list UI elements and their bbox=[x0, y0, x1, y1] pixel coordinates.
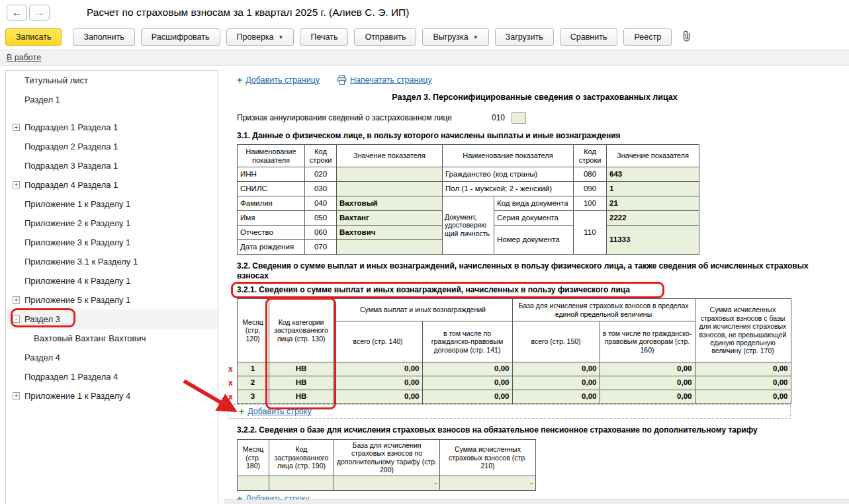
sex-input[interactable]: 1 bbox=[607, 182, 699, 196]
row-code: 110 bbox=[574, 211, 607, 255]
field-010-label: Признак аннулирования сведений о застрах… bbox=[237, 113, 452, 122]
add-row-321-link[interactable]: +Добавить строку bbox=[239, 406, 312, 417]
add-page-link[interactable]: +Добавить страницу bbox=[237, 75, 320, 85]
sum-cell[interactable]: - bbox=[440, 476, 536, 490]
category-cell[interactable]: НВ bbox=[269, 362, 334, 376]
month-cell[interactable] bbox=[238, 476, 269, 490]
sidebar-item-prilozhenie-2-k-razdelu-1[interactable]: Приложение 2 к Разделу 1 bbox=[6, 214, 218, 233]
expand-icon[interactable]: + bbox=[13, 124, 20, 131]
sidebar-item-titulnyi-list[interactable]: Титульный лист bbox=[6, 71, 218, 90]
table-row: x 3 НВ 0,00 0,00 0,00 0,00 0,00 bbox=[228, 390, 791, 404]
category-cell[interactable]: НВ bbox=[269, 390, 334, 404]
load-button[interactable]: Загрузить bbox=[495, 28, 554, 46]
attachment-button[interactable] bbox=[680, 29, 693, 46]
amount-160-cell[interactable]: 0,00 bbox=[600, 390, 695, 404]
middlename-input[interactable]: Вахтович bbox=[337, 226, 443, 240]
firstname-input[interactable]: Вахтанг bbox=[337, 211, 443, 226]
decipher-button[interactable]: Расшифровать bbox=[141, 28, 220, 46]
amount-160-cell[interactable]: 0,00 bbox=[600, 362, 695, 376]
sidebar-item-podrazdel-3-razdela-1[interactable]: Подраздел 3 Раздела 1 bbox=[6, 156, 218, 175]
citizenship-input[interactable]: 643 bbox=[607, 167, 699, 182]
table-3-2-1: Месяц (стр. 120) Код категории застрахов… bbox=[228, 298, 791, 404]
code-cell[interactable] bbox=[269, 476, 334, 490]
birthdate-input[interactable] bbox=[337, 240, 443, 255]
table-row: - - bbox=[238, 476, 536, 490]
add-row-322-link[interactable]: +Добавить строку bbox=[237, 493, 310, 500]
sidebar-item-podrazdel-2-razdela-1[interactable]: Подраздел 2 Раздела 1 bbox=[6, 137, 218, 156]
snils-input[interactable] bbox=[337, 182, 443, 196]
status-link[interactable]: В работе bbox=[7, 53, 41, 62]
amount-140-cell[interactable]: 0,00 bbox=[334, 376, 422, 390]
amount-150-cell[interactable]: 0,00 bbox=[512, 362, 600, 376]
sidebar-item-podrazdel-1-razdela-1[interactable]: +Подраздел 1 Раздела 1 bbox=[6, 118, 218, 137]
print-page-label: Напечатать страницу bbox=[350, 75, 432, 85]
inn-input[interactable] bbox=[337, 167, 443, 182]
expand-icon[interactable]: + bbox=[13, 296, 20, 304]
amount-160-cell[interactable]: 0,00 bbox=[600, 376, 695, 390]
sidebar-item-prilozhenie-3-1-k-razdelu-1[interactable]: Приложение 3.1 к Разделу 1 bbox=[6, 252, 218, 271]
fill-button[interactable]: Заполнить bbox=[73, 28, 134, 46]
print-page-link[interactable]: Напечатать страницу bbox=[337, 75, 432, 85]
sidebar-item-podrazdel-1-razdela-4[interactable]: Подраздел 1 Раздела 4 bbox=[6, 367, 218, 386]
sidebar-item-prilozhenie-4-k-razdelu-1[interactable]: Приложение 4 к Разделу 1 bbox=[6, 271, 218, 290]
row-code: 100 bbox=[574, 196, 607, 211]
print-button[interactable]: Печать bbox=[300, 28, 348, 46]
page-actions: +Добавить страницу Напечатать страницу bbox=[237, 74, 842, 86]
doc-series-input[interactable]: 2222 bbox=[607, 211, 699, 226]
amount-141-cell[interactable]: 0,00 bbox=[422, 362, 512, 376]
field-010-input[interactable] bbox=[512, 112, 526, 124]
amount-141-cell[interactable]: 0,00 bbox=[422, 390, 512, 404]
back-button[interactable]: ← bbox=[7, 5, 27, 21]
sidebar-item-podrazdel-4-razdela-1[interactable]: +Подраздел 4 Раздела 1 bbox=[6, 175, 218, 194]
lastname-input[interactable]: Вахтовый bbox=[337, 196, 443, 211]
sidebar-item-prilozhenie-1-k-razdelu-1[interactable]: Приложение 1 к Разделу 1 bbox=[6, 194, 218, 214]
category-cell[interactable]: НВ bbox=[269, 376, 334, 390]
expand-icon[interactable]: + bbox=[13, 392, 20, 399]
send-button[interactable]: Отправить bbox=[354, 28, 416, 46]
sidebar-item-label: Приложение 3 к Разделу 1 bbox=[24, 237, 130, 247]
sidebar-item-razdel-1[interactable]: Раздел 1 bbox=[6, 90, 218, 109]
horizontal-scrollbar[interactable] bbox=[224, 499, 849, 504]
forward-button[interactable]: → bbox=[29, 5, 50, 21]
month-cell[interactable]: 3 bbox=[237, 390, 269, 404]
row-label: Отчество bbox=[238, 226, 305, 240]
sidebar-item-razdel-3[interactable]: -Раздел 3 bbox=[6, 310, 218, 329]
amount-140-cell[interactable]: 0,00 bbox=[334, 362, 422, 376]
col-header-month: Месяц (стр. 180) bbox=[238, 440, 269, 476]
table-3-2-2: Месяц (стр. 180) Код застрахованного лиц… bbox=[237, 439, 536, 491]
sidebar-item-employee-vakhtovy[interactable]: Вахтовый Вахтанг Вахтович bbox=[6, 329, 218, 348]
row-label: Фамилия bbox=[238, 196, 305, 211]
month-cell[interactable]: 1 bbox=[237, 362, 269, 376]
save-button[interactable]: Записать bbox=[5, 28, 62, 46]
row-label: ИНН bbox=[238, 167, 305, 182]
sidebar-item-prilozhenie-5-k-razdelu-1[interactable]: +Приложение 5 к Разделу 1 bbox=[6, 290, 218, 310]
amount-170-cell[interactable]: 0,00 bbox=[695, 362, 791, 376]
row-code: 020 bbox=[305, 167, 337, 182]
col-header: Наименование показателя bbox=[238, 145, 305, 167]
sidebar-item-label: Подраздел 3 Раздела 1 bbox=[24, 161, 118, 171]
sidebar-item-prilozhenie-3-k-razdelu-1[interactable]: Приложение 3 к Разделу 1 bbox=[6, 233, 218, 252]
delete-row-2-button[interactable]: x bbox=[228, 378, 233, 388]
compare-button[interactable]: Сравнить bbox=[560, 28, 618, 46]
amount-141-cell[interactable]: 0,00 bbox=[422, 376, 512, 390]
export-dropdown-button[interactable]: Выгрузка▼ bbox=[422, 28, 488, 46]
sidebar-item-razdel-4[interactable]: Раздел 4 bbox=[6, 348, 218, 367]
amount-150-cell[interactable]: 0,00 bbox=[512, 390, 600, 404]
collapse-icon[interactable]: - bbox=[13, 315, 20, 323]
amount-150-cell[interactable]: 0,00 bbox=[512, 376, 600, 390]
check-dropdown-button[interactable]: Проверка▼ bbox=[226, 28, 294, 46]
month-cell[interactable]: 2 bbox=[237, 376, 269, 390]
delete-row-1-button[interactable]: x bbox=[228, 364, 233, 374]
base-cell[interactable]: - bbox=[334, 476, 440, 490]
doc-kind-input[interactable]: 21 bbox=[607, 196, 699, 211]
sidebar-item-label: Вахтовый Вахтанг Вахтович bbox=[34, 333, 146, 343]
amount-170-cell[interactable]: 0,00 bbox=[695, 390, 791, 404]
amount-170-cell[interactable]: 0,00 bbox=[695, 376, 791, 390]
registry-button[interactable]: Реестр bbox=[623, 28, 672, 46]
doc-number-input[interactable]: 11333 bbox=[607, 226, 699, 255]
col-header-month: Месяц (стр. 120) bbox=[237, 299, 269, 362]
amount-140-cell[interactable]: 0,00 bbox=[334, 390, 422, 404]
expand-icon[interactable]: + bbox=[13, 181, 20, 189]
sidebar-item-prilozhenie-1-k-razdelu-4[interactable]: +Приложение 1 к Разделу 4 bbox=[6, 386, 218, 405]
delete-row-3-button[interactable]: x bbox=[228, 392, 233, 401]
